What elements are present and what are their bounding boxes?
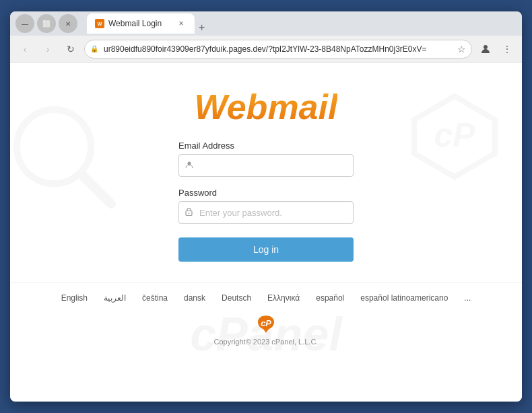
- lang-czech[interactable]: čeština: [142, 293, 168, 303]
- nav-right-buttons: ⋮: [476, 40, 517, 59]
- menu-button[interactable]: ⋮: [498, 40, 517, 59]
- tab-title: Webmail Login: [108, 19, 172, 28]
- bookmark-icon[interactable]: ☆: [457, 44, 466, 54]
- cpanel-logo-icon: cP: [255, 313, 277, 335]
- footer: cP Copyright© 2023 cPanel, L.L.C.: [214, 308, 319, 354]
- minimize-button[interactable]: —: [15, 14, 34, 33]
- login-form: Email Address Password: [178, 141, 354, 262]
- url-text: ur890eidfu890foir43909er87yfduik.pages.d…: [104, 44, 427, 54]
- svg-point-8: [189, 213, 190, 214]
- refresh-button[interactable]: ↻: [61, 40, 80, 59]
- forward-button[interactable]: ›: [38, 40, 57, 59]
- lang-greek[interactable]: Ελληνικά: [267, 293, 300, 303]
- lang-spanish[interactable]: español: [316, 293, 344, 303]
- lang-danish[interactable]: dansk: [184, 293, 205, 303]
- tab-bar: W Webmail Login × +: [87, 13, 517, 34]
- maximize-button[interactable]: ⬜: [37, 14, 56, 33]
- password-label: Password: [178, 188, 354, 198]
- lang-german[interactable]: Deutsch: [222, 293, 251, 303]
- svg-text:W: W: [98, 22, 102, 26]
- svg-point-2: [484, 45, 488, 49]
- new-tab-button[interactable]: +: [195, 22, 209, 34]
- password-group: Password: [178, 188, 354, 224]
- window-controls: — ⬜ ✕: [15, 14, 77, 33]
- back-button[interactable]: ‹: [15, 40, 34, 59]
- active-tab[interactable]: W Webmail Login ×: [87, 13, 195, 34]
- email-input-wrapper: [178, 154, 354, 177]
- lock-icon: 🔒: [90, 45, 98, 52]
- login-button[interactable]: Log in: [178, 237, 354, 262]
- login-form-container: Webmail Email Address Password: [10, 63, 522, 354]
- profile-button[interactable]: [476, 40, 495, 59]
- person-icon: [185, 161, 193, 171]
- password-input[interactable]: [178, 201, 354, 224]
- browser-window: — ⬜ ✕ W Webmail Login × + ‹ › ↻ 🔒 ur890e…: [10, 11, 522, 402]
- close-button[interactable]: ✕: [59, 14, 77, 33]
- lang-english[interactable]: English: [61, 293, 88, 303]
- lang-spanish-lat[interactable]: español latinoamericano: [360, 293, 448, 303]
- email-group: Email Address: [178, 141, 354, 177]
- logo-text: Webmail: [195, 87, 338, 126]
- copyright-text: Copyright© 2023 cPanel, L.L.C.: [214, 338, 319, 346]
- email-input[interactable]: [178, 154, 354, 177]
- title-bar: — ⬜ ✕ W Webmail Login × +: [10, 11, 522, 36]
- language-bar: English العربية čeština dansk Deutsch Ελ…: [10, 282, 522, 308]
- nav-bar: ‹ › ↻ 🔒 ur890eidfu890foir43909er87yfduik…: [10, 36, 522, 63]
- logo: Webmail: [195, 89, 338, 124]
- tab-favicon: W: [95, 19, 104, 28]
- page-content: cP cPanel Webmail Email Address: [10, 63, 522, 402]
- tab-close-button[interactable]: ×: [176, 18, 187, 29]
- svg-text:cP: cP: [261, 318, 271, 328]
- email-label: Email Address: [178, 141, 354, 151]
- password-input-wrapper: [178, 201, 354, 224]
- address-bar[interactable]: 🔒 ur890eidfu890foir43909er87yfduik.pages…: [84, 40, 472, 59]
- lock-input-icon: [185, 207, 193, 218]
- lang-more[interactable]: ...: [464, 293, 471, 303]
- lang-arabic[interactable]: العربية: [104, 293, 126, 303]
